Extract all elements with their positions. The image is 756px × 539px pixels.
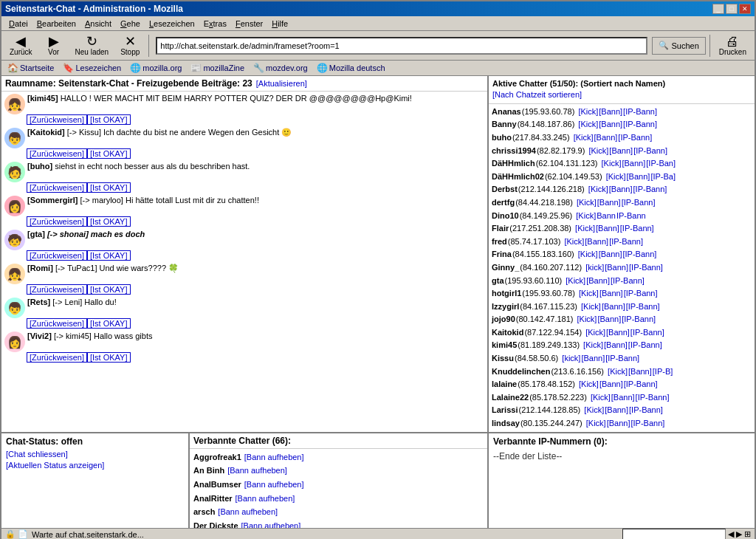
- kick-link[interactable]: [Kick]: [584, 404, 604, 417]
- kick-link[interactable]: [kick]: [562, 352, 580, 365]
- kick-link[interactable]: [Kick]: [578, 106, 598, 119]
- ok-link[interactable]: [Ist OKAY]: [87, 182, 131, 193]
- ipbann-link[interactable]: [IP-Bann]: [630, 326, 664, 340]
- reject-link[interactable]: [Zurückweisen]: [27, 318, 87, 329]
- kick-link[interactable]: [kick]: [585, 261, 604, 275]
- close-chat-link[interactable]: [Chat schliessen]: [6, 450, 184, 459]
- ipbann-link[interactable]: [IP-Bann]: [609, 236, 643, 249]
- search-button[interactable]: 🔍 Suchen: [652, 37, 705, 55]
- reject-link[interactable]: [Zurückweisen]: [27, 148, 87, 159]
- ipbann-link[interactable]: [IP-Bann]: [611, 275, 645, 288]
- kick-link[interactable]: [Kick]: [608, 365, 628, 379]
- menu-fenster[interactable]: Fenster: [231, 18, 267, 30]
- menu-bearbeiten[interactable]: Bearbeiten: [32, 18, 80, 30]
- bann-link[interactable]: [Bann]: [605, 404, 628, 417]
- reject-link[interactable]: [Zurückweisen]: [27, 216, 87, 227]
- chatters-sort-link[interactable]: [Nach Chatzeit sortieren]: [492, 90, 582, 99]
- ipbann-link[interactable]: [IP-Bann]: [626, 301, 660, 314]
- bann-link[interactable]: [Bann]: [581, 352, 605, 365]
- kick-link[interactable]: [Kick]: [585, 326, 605, 340]
- kick-link[interactable]: [Kick]: [579, 378, 599, 391]
- bookmark-mozillazine[interactable]: 📰 mozillaZine: [188, 62, 247, 74]
- kick-link[interactable]: [Kick]: [588, 183, 608, 196]
- bann-link[interactable]: [Bann]: [628, 365, 652, 379]
- ipbann-link[interactable]: [IP-Bann]: [636, 391, 670, 405]
- unban-link[interactable]: [Bann aufheben]: [241, 519, 301, 528]
- ipbann-link[interactable]: [IP-Bann]: [630, 417, 664, 430]
- unban-link[interactable]: [Bann aufheben]: [218, 505, 278, 519]
- kick-link[interactable]: [Kick]: [577, 196, 597, 210]
- ipbann-link[interactable]: [IP-Bann]: [620, 222, 654, 236]
- bann-link[interactable]: [Bann]: [609, 145, 633, 158]
- ipbann-link[interactable]: [IP-Bann]: [624, 287, 658, 301]
- ok-link[interactable]: [Ist OKAY]: [87, 216, 131, 227]
- ipbann-link[interactable]: [IP-Ba]: [650, 171, 676, 184]
- bann-link[interactable]: [Bann]: [586, 275, 610, 288]
- unban-link[interactable]: [Bann aufheben]: [227, 464, 287, 478]
- ok-link[interactable]: [Ist OKAY]: [87, 318, 131, 329]
- bann-link[interactable]: [Bann]: [599, 378, 623, 391]
- ok-link[interactable]: [Ist OKAY]: [87, 352, 131, 363]
- kick-link[interactable]: [Kick]: [581, 301, 601, 314]
- kick-link[interactable]: [Kick]: [566, 275, 585, 288]
- kick-link[interactable]: [Kick]: [578, 248, 598, 261]
- menu-hilfe[interactable]: Hilfe: [267, 18, 292, 30]
- bookmark-lesezeichen[interactable]: 🔖 Lesezeichen: [60, 62, 124, 74]
- kick-link[interactable]: [Kick]: [602, 157, 622, 171]
- bookmark-mozilla[interactable]: 🌐 mozilla.org: [127, 62, 185, 74]
- close-button[interactable]: ✕: [739, 4, 751, 14]
- unban-link[interactable]: [Bann aufheben]: [244, 450, 304, 464]
- menu-ansicht[interactable]: Ansicht: [80, 18, 116, 30]
- forward-button[interactable]: ▶ Vor: [39, 32, 69, 58]
- menu-extras[interactable]: Extras: [199, 18, 231, 30]
- kick-link[interactable]: [Kick]: [564, 236, 584, 249]
- ok-link[interactable]: [Ist OKAY]: [87, 114, 131, 125]
- reject-link[interactable]: [Zurückweisen]: [27, 352, 87, 363]
- bann-link[interactable]: [Bann]: [594, 131, 618, 145]
- kick-link[interactable]: [Kick]: [606, 171, 626, 184]
- ok-link[interactable]: [Ist OKAY]: [87, 250, 131, 261]
- ok-link[interactable]: [Ist OKAY]: [87, 148, 131, 159]
- maximize-button[interactable]: □: [726, 4, 738, 14]
- ipbann-link[interactable]: [IP-Ban]: [646, 157, 676, 171]
- ipbann-link[interactable]: [IP-Bann]: [624, 378, 658, 391]
- kick-link[interactable]: [Kick]: [591, 391, 611, 405]
- ipbann-link[interactable]: [IP-Bann]: [605, 352, 639, 365]
- print-button[interactable]: 🖨 Drucken: [714, 32, 752, 58]
- unban-link[interactable]: [Bann aufheben]: [236, 492, 295, 506]
- stop-button[interactable]: ✕ Stopp: [115, 32, 145, 58]
- url-bar[interactable]: http://chat.seitenstark.de/admin/framese…: [156, 37, 647, 55]
- bann-link[interactable]: [Bann]: [627, 171, 650, 184]
- reject-link[interactable]: [Zurückweisen]: [27, 250, 87, 261]
- bann-link[interactable]: [Bann]: [596, 222, 619, 236]
- kick-link[interactable]: [Kick]: [575, 222, 595, 236]
- reject-link[interactable]: [Zurückweisen]: [27, 114, 87, 125]
- ipbann-link[interactable]: [IP-Bann]: [629, 261, 663, 275]
- bann-link[interactable]: [Bann]: [611, 391, 635, 405]
- kick-link[interactable]: [Kick]: [579, 287, 599, 301]
- menu-lesezeichen[interactable]: Lesezeichen: [145, 18, 199, 30]
- ipbann-link[interactable]: IP-Bann: [616, 210, 646, 223]
- ipbann-link[interactable]: [IP-Bann]: [629, 404, 663, 417]
- ipbann-link[interactable]: [IP-Bann]: [633, 183, 667, 196]
- ipbann-link[interactable]: [IP-B]: [653, 365, 673, 379]
- bann-link[interactable]: [Bann]: [599, 248, 622, 261]
- bann-link[interactable]: [Bann]: [597, 196, 621, 210]
- bookmark-mozilla-deutsch[interactable]: 🌐 Mozilla deutsch: [314, 62, 388, 74]
- kick-link[interactable]: [Kick]: [576, 210, 596, 223]
- bann-link[interactable]: [Bann]: [605, 261, 628, 275]
- minimize-button[interactable]: _: [712, 4, 724, 14]
- bann-link[interactable]: [Bann]: [606, 326, 630, 340]
- bann-link[interactable]: [Bann]: [599, 287, 623, 301]
- bann-link[interactable]: [Bann]: [599, 106, 622, 119]
- bann-link[interactable]: [Bann]: [585, 236, 608, 249]
- reject-link[interactable]: [Zurückweisen]: [27, 182, 87, 193]
- update-link[interactable]: [Aktualisieren]: [256, 79, 307, 88]
- reject-link[interactable]: [Zurückweisen]: [27, 284, 87, 295]
- back-button[interactable]: ◀ Zurück: [4, 32, 38, 58]
- show-status-link[interactable]: [Aktuellen Status anzeigen]: [6, 461, 184, 470]
- bann-link[interactable]: [Bann]: [597, 313, 621, 326]
- ipbann-link[interactable]: [IP-Bann]: [618, 131, 652, 145]
- bann-link[interactable]: [Bann]: [607, 417, 630, 430]
- unban-link[interactable]: [Bann aufheben]: [244, 478, 304, 492]
